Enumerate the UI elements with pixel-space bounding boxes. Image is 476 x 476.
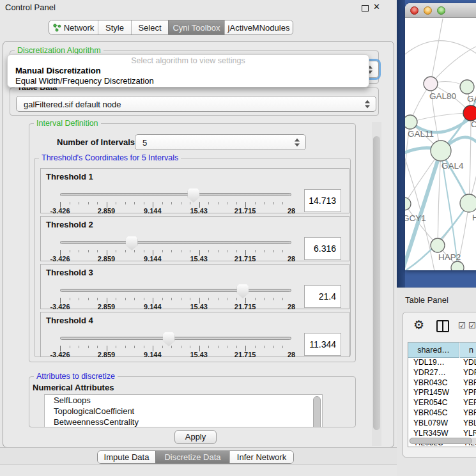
checkbox-icon[interactable]: ☑ [468, 321, 476, 330]
close-traffic-icon[interactable] [410, 6, 418, 15]
number-of-intervals-label: Number of Intervals [57, 137, 135, 147]
column-header-name[interactable]: n [460, 342, 476, 358]
number-of-intervals-value: 5 [142, 137, 147, 147]
gear-icon[interactable]: ⚙ [413, 318, 424, 332]
dropdown-option-equal-width[interactable]: Equal Width/Frequency Discretization [15, 76, 154, 86]
table-row[interactable]: YBL079WYBL0 [408, 418, 476, 429]
scale-label: -3.426 [50, 303, 70, 311]
scale-label: 28 [288, 255, 295, 263]
node-red [463, 105, 476, 121]
node-partial-top [460, 80, 474, 94]
tab-infer-network[interactable]: Infer Network [229, 451, 293, 463]
cell: YLR345W [413, 429, 449, 439]
table-row[interactable]: YBR045CYBR0 [408, 408, 476, 418]
network-canvas[interactable]: GAL80 GA C GAL11 GAL4 GCY1 H HAP2 [405, 19, 476, 270]
numerical-attributes-heading: Numerical Attributes [33, 383, 114, 392]
scale-label: 2.859 [98, 255, 116, 263]
scale-label: 28 [288, 207, 295, 215]
scale-label: 21.715 [234, 351, 256, 358]
table-row[interactable]: YBR043CYBR0 [408, 378, 476, 388]
table-data-combobox[interactable]: galFiltered.sif default node [16, 96, 376, 112]
apply-button[interactable]: Apply [174, 430, 217, 444]
zoom-traffic-icon[interactable] [437, 6, 445, 15]
threshold-4-value[interactable]: 11.344 [304, 333, 341, 356]
node-label-partial-2: C [471, 119, 476, 129]
scrollbar-thumb[interactable] [410, 438, 472, 444]
tab-cyni-toolbox[interactable]: Cyni Toolbox [168, 20, 224, 35]
slider-track[interactable] [60, 241, 291, 244]
list-item[interactable]: SelfLoops [45, 395, 322, 406]
scale-label: 15.43 [190, 255, 208, 263]
tab-network-label: Network [64, 23, 95, 33]
dropdown-option-manual[interactable]: Manual Discretization [15, 66, 101, 75]
tab-style[interactable]: Style [98, 20, 131, 35]
node-attribute-table: shared… n YDL19…YDL1 YDR27…YDR2 YBR043CY… [408, 342, 476, 447]
top-tab-bar: Network Style Select Cyni Toolbox jActiv… [49, 20, 293, 35]
slider-track[interactable] [60, 337, 291, 340]
scale-label: 9.144 [144, 207, 162, 215]
node-gal4 [431, 141, 451, 161]
desktop-strip [397, 0, 405, 288]
network-icon [53, 24, 61, 32]
scale-label: 28 [288, 303, 295, 311]
slider-track[interactable] [60, 289, 291, 292]
tab-discretize-data-label: Discretize Data [164, 452, 220, 462]
cell: YBR045C [413, 408, 447, 418]
cell: YBL079W [413, 418, 448, 429]
scale-label: -3.426 [50, 351, 70, 358]
tab-impute-data[interactable]: Impute Data [98, 451, 155, 463]
close-icon[interactable]: ✕ [373, 2, 380, 12]
scale-label: 2.859 [98, 207, 116, 215]
columns-icon[interactable] [436, 320, 449, 332]
list-item[interactable]: TopologicalCoefficient [45, 406, 322, 417]
table-row[interactable]: YPR145WYPR1 [408, 388, 476, 398]
column-header-shared[interactable]: shared… [408, 342, 459, 358]
number-of-intervals-combobox[interactable]: 5 [135, 134, 306, 150]
table-row[interactable]: YDR27…YDR2 [408, 368, 476, 378]
screen: Control Panel ✕ Network Style Select Cyn… [0, 0, 476, 476]
panel-vertical-scrollbar[interactable] [372, 122, 381, 446]
table-row[interactable]: YER054CYER0 [408, 398, 476, 408]
scale-label: 2.859 [98, 303, 116, 311]
tab-cyni-toolbox-label: Cyni Toolbox [173, 23, 220, 33]
slider-thumb[interactable] [163, 332, 175, 346]
node-label-gal80: GAL80 [429, 91, 456, 101]
scrollbar-thumb[interactable] [373, 136, 380, 430]
table-row[interactable]: YDL19…YDL1 [408, 358, 476, 368]
slider-thumb[interactable] [187, 188, 199, 203]
slider-thumb[interactable] [126, 236, 138, 250]
minimize-traffic-icon[interactable] [424, 6, 432, 15]
checkbox-icon[interactable]: ☑ [458, 321, 466, 330]
node-hap2 [431, 238, 445, 252]
scale-label: -3.426 [50, 255, 70, 263]
scale-label: 15.43 [190, 207, 208, 215]
scale-label: 28 [288, 351, 295, 358]
cell: YBR0 [463, 408, 476, 418]
threshold-2-value[interactable]: 6.316 [304, 237, 341, 260]
table-row[interactable]: YLR345WYLR3 [408, 429, 476, 439]
control-panel-titlebar: Control Panel ✕ [0, 0, 397, 15]
threshold-1-value[interactable]: 14.713 [304, 189, 341, 212]
scale-label: 2.859 [98, 351, 116, 358]
scale-label: 9.144 [144, 303, 162, 311]
slider-track[interactable] [60, 193, 291, 196]
network-window-titlebar[interactable] [405, 3, 476, 18]
slider-scale-labels: -3.426 2.859 9.144 15.43 21.715 28 [60, 207, 291, 215]
node-gal11 [405, 115, 417, 129]
attributes-list-scrollbar[interactable] [313, 396, 321, 427]
interval-definition-title: Interval Definition [34, 119, 101, 128]
panel-title: Control Panel [5, 3, 56, 12]
threshold-3-value[interactable]: 21.4 [304, 285, 341, 308]
slider-thumb[interactable] [236, 284, 249, 298]
scale-label: 21.715 [234, 255, 256, 263]
tab-select-label: Select [138, 23, 161, 33]
list-item[interactable]: BetweennessCentrality [45, 417, 322, 427]
threshold-3-panel: Threshold 3 -3.426 2.859 9.144 15.43 21.… [40, 264, 349, 309]
tab-discretize-data[interactable]: Discretize Data [155, 451, 229, 463]
float-window-icon[interactable] [362, 5, 369, 12]
tab-jactivemnodules[interactable]: jActiveMNodules [224, 20, 293, 35]
threshold-2-slider: -3.426 2.859 9.144 15.43 21.715 28 [60, 217, 291, 262]
table-horizontal-scrollbar[interactable] [409, 438, 476, 444]
tab-network[interactable]: Network [49, 20, 98, 35]
tab-select[interactable]: Select [131, 20, 168, 35]
